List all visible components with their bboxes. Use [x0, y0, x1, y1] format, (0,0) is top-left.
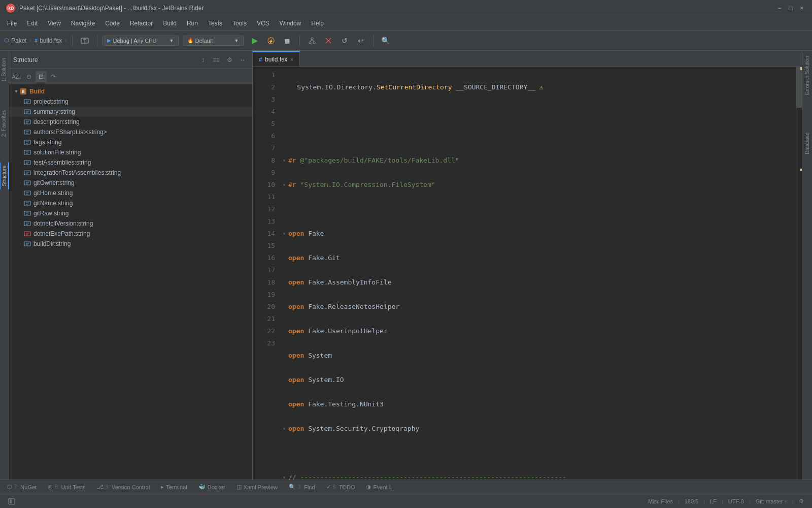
menu-edit[interactable]: Edit: [22, 18, 43, 29]
change-marker: [800, 169, 802, 171]
version-control-tab[interactable]: ⎇ 9: Version Control: [92, 481, 155, 494]
status-misc-files[interactable]: Misc Files: [644, 494, 677, 508]
fold-5[interactable]: ▾: [281, 179, 287, 191]
fold-7[interactable]: ▾: [281, 228, 287, 240]
stop-button[interactable]: ◼: [280, 34, 294, 48]
tree-item-gitowner[interactable]: gitOwner:string: [9, 178, 252, 188]
tree-item-description[interactable]: description:string: [9, 117, 252, 127]
tree-root[interactable]: ▼ B Build: [9, 86, 252, 97]
menu-file[interactable]: File: [2, 18, 22, 29]
collapse-all-button[interactable]: ⊖: [23, 71, 35, 82]
breadcrumb-root[interactable]: ⬡ Paket: [4, 37, 27, 44]
fold-17[interactable]: ▾: [281, 471, 287, 480]
menu-window[interactable]: Window: [275, 18, 307, 29]
status-icon-item[interactable]: [4, 494, 19, 508]
tree-item-inttest[interactable]: integrationTestAssemblies:string: [9, 168, 252, 178]
toolbar-sep3: [299, 35, 300, 47]
menu-run[interactable]: Run: [182, 18, 203, 29]
menu-tools[interactable]: Tools: [227, 18, 252, 29]
find-tab[interactable]: 🔍 3: Find: [284, 481, 320, 494]
menu-help[interactable]: Help: [306, 18, 329, 29]
breadcrumb-file[interactable]: # build.fsx: [35, 37, 62, 44]
tab-fsharp-icon: #: [259, 56, 262, 62]
tab-buildfsx[interactable]: # build.fsx ×: [253, 51, 300, 67]
solution-tab[interactable]: 1: Solution: [0, 55, 9, 85]
menu-tests[interactable]: Tests: [203, 18, 227, 29]
errors-tab[interactable]: Errors in Solution: [803, 53, 811, 98]
fold-4[interactable]: ▾: [281, 154, 287, 167]
xaml-tab[interactable]: ◫ Xaml Preview: [231, 481, 283, 494]
menu-view[interactable]: View: [43, 18, 66, 29]
code-line-13: ▾open System.IO: [281, 374, 792, 386]
scroll-from-source-button[interactable]: ⊡: [36, 71, 47, 82]
undo-button[interactable]: ↩: [354, 34, 368, 48]
tree-item-dotnetver[interactable]: dotnetcliVersion:string: [9, 218, 252, 229]
tree-item-project[interactable]: project:string: [9, 97, 252, 107]
menu-refactor[interactable]: Refactor: [125, 18, 158, 29]
run-profile-dropdown[interactable]: 🔥 Default ▼: [183, 36, 244, 46]
tree-item-authors[interactable]: authors:FSharpList<string>: [9, 127, 252, 137]
minimize-button[interactable]: −: [775, 4, 784, 12]
structure-tab[interactable]: Structure: [0, 163, 9, 189]
menu-navigate[interactable]: Navigate: [66, 18, 100, 29]
status-git[interactable]: Git: master ↑: [752, 494, 791, 508]
field-icon-ta: [23, 158, 31, 167]
tree-item-summary[interactable]: summary:string: [9, 107, 252, 117]
unit-tests-tab[interactable]: ◎ 8: Unit Tests: [43, 481, 90, 494]
tree-item-testasm[interactable]: testAssemblies:string: [9, 157, 252, 168]
search-button[interactable]: 🔍: [379, 34, 393, 48]
status-line-ending[interactable]: LF: [706, 494, 721, 508]
run-button[interactable]: ▶: [248, 34, 262, 48]
status-position[interactable]: 180:5: [681, 494, 703, 508]
vcs-button1[interactable]: [305, 34, 319, 48]
terminal-tab[interactable]: ▸ Terminal: [156, 481, 192, 494]
tree-item-gitraw[interactable]: gitRaw:string: [9, 208, 252, 218]
fold-15[interactable]: ▾: [281, 423, 287, 435]
tree-item-dotnetexe[interactable]: dotnetExePath:string: [9, 229, 252, 239]
maximize-button[interactable]: □: [787, 4, 795, 12]
autoscroll-button[interactable]: ↷: [48, 71, 59, 82]
tree-item-builddir[interactable]: buildDir:string: [9, 239, 252, 249]
deploy-icon: [80, 36, 89, 45]
collapse-icon[interactable]: ▼: [13, 88, 19, 94]
tree-item-tags[interactable]: tags:string: [9, 137, 252, 147]
run-config-dropdown[interactable]: ▶ Debug | Any CPU ▼: [103, 36, 179, 46]
tree-item-githome[interactable]: gitHome:string: [9, 188, 252, 198]
minimap-thumb[interactable]: [796, 67, 802, 108]
favorites-tab[interactable]: 2: Favorites: [0, 107, 9, 140]
tab-close-button[interactable]: ×: [290, 57, 293, 62]
menu-build[interactable]: Build: [158, 18, 182, 29]
settings-button[interactable]: ⚙: [224, 54, 235, 66]
close-button[interactable]: ×: [798, 4, 806, 12]
database-tab[interactable]: Database: [803, 130, 811, 157]
deploy-button[interactable]: [78, 34, 92, 48]
todo-tab[interactable]: ✓ 6: TODO: [321, 481, 360, 494]
tab-label: build.fsx: [265, 56, 287, 63]
menu-vcs[interactable]: VCS: [252, 18, 275, 29]
run-with-coverage-button[interactable]: ⚡: [264, 34, 278, 48]
title-bar: RD Paket [C:\Users\maart\Desktop\Paket] …: [0, 0, 812, 16]
sort-alpha-button[interactable]: AZ↓: [11, 71, 22, 82]
event-log-tab[interactable]: ◑ Event L: [361, 481, 397, 494]
status-encoding[interactable]: UTF-8: [724, 494, 748, 508]
sort-button[interactable]: ↕: [197, 54, 209, 66]
docker-tab[interactable]: 🐳 Docker: [193, 481, 230, 494]
code-line-16: [281, 447, 792, 459]
svg-rect-28: [24, 150, 30, 154]
tree-item-solutionfile[interactable]: solutionFile:string: [9, 147, 252, 157]
refresh-button[interactable]: ↺: [337, 34, 352, 48]
expand-button[interactable]: ↔: [237, 54, 248, 66]
code-line-11: ▾open Fake.UserInputHelper: [281, 325, 792, 337]
field-icon-gr: [23, 209, 31, 217]
code-editor[interactable]: System.IO.Directory.SetCurrentDirectory …: [277, 67, 796, 480]
tree-item-label: project:string: [33, 98, 69, 105]
nuget-tab[interactable]: ⬡ 7: NuGet: [2, 481, 42, 494]
tree-item-gitname[interactable]: gitName:string: [9, 198, 252, 208]
menu-code[interactable]: Code: [100, 18, 125, 29]
status-bar: Misc Files | 180:5 | LF | UTF-8 | Git: m…: [0, 494, 812, 508]
no-fold-13: ▾: [281, 374, 287, 386]
status-settings[interactable]: ⚙: [795, 494, 808, 508]
vcs-button2[interactable]: [321, 34, 335, 48]
tree-go-label: gitOwner:string: [33, 179, 75, 186]
group-button[interactable]: ≡≡: [211, 54, 222, 66]
